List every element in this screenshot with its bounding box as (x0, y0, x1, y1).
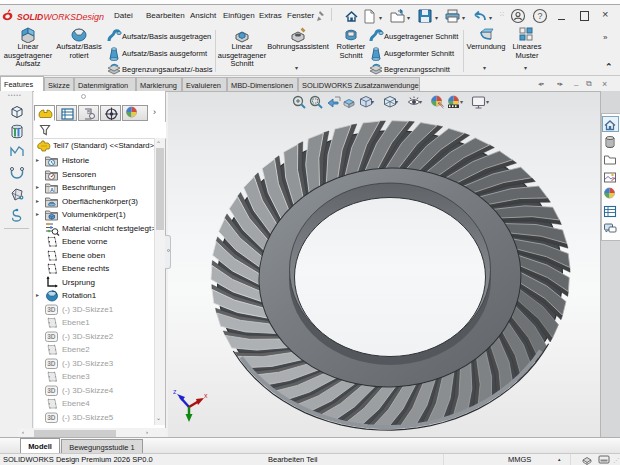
svg-text:WORKS: WORKS (44, 12, 77, 22)
svg-text:3D: 3D (47, 306, 56, 313)
svg-text:A: A (50, 187, 54, 193)
svg-text:x: x (204, 392, 208, 399)
svg-text:3D: 3D (47, 333, 56, 340)
svg-text:SOLID: SOLID (17, 12, 43, 22)
svg-text:?: ? (538, 11, 543, 21)
svg-text:3D: 3D (47, 387, 56, 394)
svg-text:3D: 3D (47, 360, 56, 367)
svg-text:3D: 3D (47, 414, 56, 421)
svg-text:z: z (173, 388, 177, 395)
svg-text:Design: Design (76, 12, 104, 22)
